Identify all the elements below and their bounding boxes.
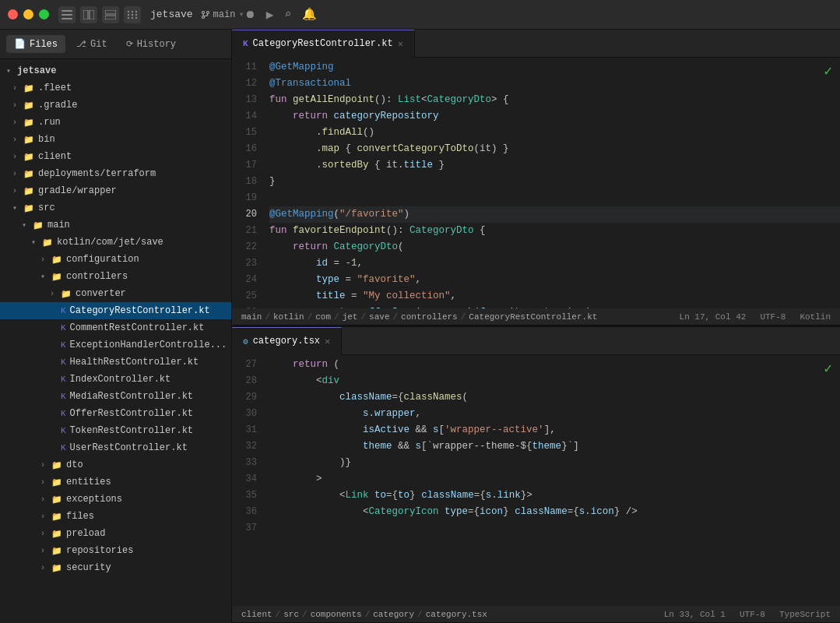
svg-point-14 [132,16,133,18]
folder-icon: 📁 [61,289,72,299]
code-line-active: @GetMapping("/favorite") [269,206,840,223]
tab-category-tsx[interactable]: ⚙ category.tsx ✕ [232,327,342,355]
tree-item-bin[interactable]: › 📁 bin [0,131,231,148]
tree-item-exceptions[interactable]: › 📁 exceptions [0,491,231,508]
tree-item-fleet[interactable]: › 📁 .fleet [0,79,231,97]
tree-item-entities[interactable]: › 📁 entities [0,473,231,491]
breadcrumb-item: com [315,312,331,322]
tree-item-token-rest-controller[interactable]: › K TokenRestController.kt [0,422,231,439]
tree-item-exception-handler[interactable]: › K ExceptionHandlerControlle... [0,336,231,354]
tree-item-index-controller[interactable]: › K IndexController.kt [0,371,231,388]
folder-icon: 📁 [51,255,62,265]
tree-item-security[interactable]: › 📁 security [0,559,231,576]
checkmark-icon-bottom: ✓ [824,360,832,377]
editor-area: K CategoryRestController.kt ✕ ✓ 11121314… [232,30,840,623]
folder-icon: 📁 [23,100,34,111]
tree-item-src[interactable]: ▾ 📁 src [0,199,231,216]
tree-item-controllers[interactable]: ▾ 📁 controllers [0,268,231,285]
titlebar-actions: ⏺ ▶ ⌕ 🔔 [244,7,318,23]
chevron-icon: › [40,255,48,264]
tree-item-files[interactable]: › 📁 files [0,508,231,525]
file-tree: ▾ jetsave › 📁 .fleet › 📁 .gradle › 📁 .ru… [0,59,231,623]
traffic-lights [8,9,49,19]
chevron-icon: › [12,187,20,195]
kt-file-icon: K [61,340,66,350]
chevron-icon: › [12,84,20,93]
code-content-top[interactable]: @GetMapping @Transactional fun getAllEnd… [263,58,840,308]
svg-rect-2 [62,18,72,19]
tree-item-kotlin-path[interactable]: ▾ 📁 kotlin/com/jet/save [0,234,231,251]
tree-item-category-rest-controller[interactable]: › K CategoryRestController.kt [0,302,231,319]
git-icon: ⎇ [76,39,86,49]
language-top: Kotlin [800,312,831,322]
chevron-icon: ▾ [6,66,14,76]
tree-item-main[interactable]: ▾ 📁 main [0,216,231,234]
bottom-tab-bar: ⚙ category.tsx ✕ [232,327,840,355]
tab-git[interactable]: ⎇ Git [69,36,115,53]
close-button[interactable] [8,9,18,19]
tab-close-btn-bottom[interactable]: ✕ [325,336,330,347]
code-content-bottom[interactable]: return ( <div className={classNames( s.w… [263,355,840,606]
top-tab-bar: K CategoryRestController.kt ✕ [232,30,840,58]
tree-item-health-rest-controller[interactable]: › K HealthRestController.kt [0,354,231,371]
code-editor-top[interactable]: ✓ 1112131415 16171819 20 2122232425 2627… [232,58,840,308]
tree-item-configuration[interactable]: › 📁 configuration [0,251,231,268]
folder-icon: 📁 [23,186,34,196]
code-line [269,190,840,206]
tree-item-repositories[interactable]: › 📁 repositories [0,542,231,559]
search-icon[interactable]: ⌕ [284,7,291,22]
grid-btn[interactable] [124,6,141,23]
svg-point-17 [206,11,209,13]
tree-item-deployments[interactable]: › 📁 deployments/terraform [0,165,231,182]
code-line: count = offerService.search(favorite = t… [269,304,840,308]
tree-item-gradle[interactable]: › 📁 .gradle [0,97,231,114]
tab-category-rest-controller[interactable]: K CategoryRestController.kt ✕ [232,30,415,58]
tab-close-btn[interactable]: ✕ [398,38,403,50]
root-label: jetsave [17,65,56,76]
files-icon: 📄 [14,38,26,50]
tab-label-bottom: category.tsx [253,336,320,347]
maximize-button[interactable] [39,9,49,19]
breadcrumb-item: jet [343,312,358,322]
tree-item-run[interactable]: › 📁 .run [0,114,231,131]
code-line: s.wrapper, [269,406,840,422]
folder-icon: 📁 [23,169,34,179]
tree-item-client[interactable]: › 📁 client [0,148,231,165]
chevron-icon: ▾ [12,203,20,213]
tree-item-offer-rest-controller[interactable]: › K OfferRestController.kt [0,405,231,422]
tree-item-comment-rest-controller[interactable]: › K CommentRestController.kt [0,319,231,336]
tree-item-converter[interactable]: › 📁 converter [0,285,231,302]
recording-icon[interactable]: ⏺ [244,9,255,21]
layout-btn-2[interactable] [102,6,119,23]
kt-file-icon: K [61,357,66,367]
tree-item-dto[interactable]: › 📁 dto [0,456,231,473]
folder-icon: 📁 [51,495,62,505]
svg-rect-3 [83,10,88,19]
tab-history[interactable]: ⟳ History [118,36,184,53]
folder-icon: 📁 [23,135,34,145]
svg-rect-0 [62,10,72,12]
tree-root: ▾ jetsave [0,62,231,79]
sidebar-toggle-btn[interactable] [58,6,76,23]
run-icon[interactable]: ▶ [266,7,274,23]
tree-item-preload[interactable]: › 📁 preload [0,525,231,542]
breadcrumb-item: category [373,610,414,619]
tree-item-user-rest-controller[interactable]: › K UserRestController.kt [0,439,231,456]
code-line: theme && s[`wrapper--theme-${theme}`] [269,438,840,455]
tree-item-gradle-wrapper[interactable]: › 📁 gradle/wrapper [0,182,231,199]
chevron-icon: › [40,530,48,538]
tree-item-media-rest-controller[interactable]: › K MediaRestController.kt [0,388,231,405]
tab-files[interactable]: 📄 Files [6,35,65,53]
code-line: isActive && s['wrapper--active'], [269,422,840,438]
titlebar: jetsave main ▾ ⏺ ▶ ⌕ 🔔 [0,0,840,30]
code-editor-bottom[interactable]: ✓ 2728293031 323334353637 return ( <div … [232,355,840,606]
svg-rect-5 [105,10,116,14]
folder-icon: 📁 [51,460,62,470]
folder-icon: 📁 [51,512,62,522]
kt-file-icon: K [61,375,66,384]
notification-icon[interactable]: 🔔 [302,7,317,22]
layout-btn-1[interactable] [80,6,97,23]
branch-name-label: main [213,9,236,20]
minimize-button[interactable] [23,9,33,19]
sidebar-tab-bar: 📄 Files ⎇ Git ⟳ History [0,30,231,59]
